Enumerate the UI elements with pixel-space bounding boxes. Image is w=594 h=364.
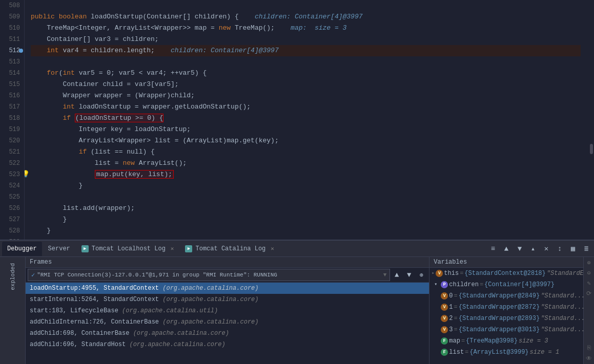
var-item[interactable]: F list = {ArrayList@3999} size = 1	[429, 347, 583, 358]
side-tb-btn-4[interactable]: ⟳	[584, 289, 593, 298]
code-line: if (loadOnStartup >= 0) {	[31, 113, 581, 124]
var-eq: =	[454, 302, 458, 313]
var-eq: =	[461, 335, 465, 347]
toolbar-btn-list[interactable]: ≣	[581, 243, 592, 254]
var-value: {StandardWrapper@2872}	[459, 302, 540, 313]
editor-area: 5085095105115125135145155165175185195205…	[0, 0, 594, 240]
code-line: int var4 = children.length; children: Co…	[31, 45, 581, 56]
tab-tomcat-localhost-label: Tomcat Localhost Log	[92, 245, 166, 252]
frame-nav-up-btn[interactable]: ▲	[391, 269, 402, 281]
toolbar-btn-grid[interactable]: ▦	[567, 243, 579, 254]
var-item[interactable]: V 1 = {StandardWrapper@2872} "Standard..…	[429, 302, 583, 313]
var-type-icon: V	[441, 292, 448, 299]
toolbar-btn-settings[interactable]: ↕	[554, 243, 565, 254]
var-type-text: "StandardEn...	[547, 268, 584, 279]
code-line: Container[] var3 = children;	[31, 34, 581, 45]
side-tb-btn-1[interactable]: ⊕	[584, 258, 593, 267]
var-item[interactable]: ▸V this = {StandardContext@2818} "Standa…	[429, 268, 583, 279]
var-type-text: "Standard...	[541, 324, 583, 335]
tab-tomcat-catalina[interactable]: ▶ Tomcat Catalina Log ✕	[180, 242, 279, 256]
scroll-thumb[interactable]	[590, 144, 593, 154]
frame-item[interactable]: startInternal:5264, StandardContext (org…	[26, 294, 429, 305]
frame-item[interactable]: loadOnStartup:4955, StandardContext (org…	[26, 283, 429, 294]
panel-tabs: Debugger Server ▶ Tomcat Localhost Log ✕…	[0, 241, 594, 257]
debug-hint: children: Container[4]@3997	[155, 47, 279, 54]
code-line: for(int var5 = 0; var5 < var4; ++var5) {	[31, 68, 581, 79]
frame-item[interactable]: addChildInternal:726, ContainerBase (org…	[26, 316, 429, 328]
var-expand-icon[interactable]	[432, 348, 440, 356]
var-item[interactable]: V 2 = {StandardWrapper@2893} "Standard..…	[429, 313, 583, 324]
var-eq: =	[460, 268, 463, 279]
panel-toolbar-right: ≡ ▲ ▼ ▴ ✕ ↕ ▦ ≣	[487, 243, 592, 254]
var-type-text: size = 3	[519, 335, 548, 347]
debug-hint: children: Container[4]@3997	[239, 13, 363, 20]
var-value: {StandardWrapper@2893}	[459, 313, 540, 324]
var-value: {StandardContext@2818}	[464, 268, 545, 279]
side-tb-btn-copy[interactable]: ⎘	[584, 344, 593, 353]
toolbar-btn-close[interactable]: ✕	[541, 243, 552, 254]
variables-list: ▸V this = {StandardContext@2818} "Standa…	[429, 268, 583, 364]
toolbar-btn-up[interactable]: ▲	[501, 243, 512, 254]
var-type-icon: F	[441, 349, 448, 356]
var-item[interactable]: V 0 = {StandardWrapper@2849} "Standard..…	[429, 290, 583, 302]
var-eq: =	[480, 279, 483, 290]
line-number: 524	[4, 180, 20, 191]
tab-debugger[interactable]: Debugger	[2, 242, 42, 256]
var-eq: =	[465, 347, 468, 358]
frame-item[interactable]: addChild:696, StandardHost (org.apache.c…	[26, 339, 429, 350]
execution-point-icon	[19, 49, 23, 53]
var-name: 3	[449, 324, 453, 335]
code-line: Container child = var3[var5];	[31, 79, 581, 90]
tab-debugger-label: Debugger	[7, 245, 37, 252]
code-line: Integer key = loadOnStartup;	[31, 124, 581, 135]
toolbar-btn-menu[interactable]: ≡	[487, 243, 499, 254]
code-line: }	[31, 180, 581, 191]
line-number: 527	[4, 214, 20, 225]
side-toolbar: ⊕ ⊖ ✎ ⟳ ⎘ 👁	[583, 257, 594, 364]
var-type-text: size = 1	[530, 347, 560, 358]
thread-label: "RMI TCP Connection(3)-127.0.0.1"@1,971 …	[37, 272, 381, 278]
frame-item[interactable]: addChild:698, ContainerBase (org.apache.…	[26, 328, 429, 339]
var-item[interactable]: V 3 = {StandardWrapper@3013} "Standard..…	[429, 324, 583, 335]
tab-close-1[interactable]: ✕	[171, 245, 174, 252]
line-number: 517	[4, 101, 20, 113]
var-name: 1	[449, 302, 453, 313]
tab-icon-2: ▶	[185, 245, 192, 252]
var-type-icon: V	[441, 326, 448, 333]
thread-dropdown[interactable]: ✓ "RMI TCP Connection(3)-127.0.0.1"@1,97…	[28, 269, 390, 281]
tab-icon-1: ▶	[81, 245, 89, 252]
side-tb-btn-3[interactable]: ✎	[584, 279, 593, 288]
frame-item[interactable]: start:183, LifecycleBase (org.apache.cat…	[26, 305, 429, 316]
var-name: children	[449, 279, 479, 290]
frame-filter-btn[interactable]: ⊛	[416, 269, 427, 281]
var-type-text: "Standard...	[541, 290, 583, 302]
tab-server[interactable]: Server	[43, 242, 75, 256]
var-expand-icon[interactable]: ▾	[432, 281, 440, 289]
side-tb-btn-view[interactable]: 👁	[584, 354, 593, 363]
code-line: Wrapper wrapper = (Wrapper)child;	[31, 90, 581, 101]
toolbar-btn-down[interactable]: ▼	[514, 243, 525, 254]
scrollbar[interactable]	[587, 0, 594, 240]
line-numbers: 5085095105115125135145155165175185195205…	[0, 0, 25, 240]
var-item[interactable]: ▾P children = {Container[4]@3997}	[429, 279, 583, 290]
tab-close-2[interactable]: ✕	[271, 245, 274, 252]
line-number: 516	[4, 90, 20, 101]
line-number: 519	[4, 124, 20, 135]
code-line: list.add(wrapper);	[31, 203, 581, 214]
line-number: 509	[4, 11, 20, 23]
var-type-text: "Standard...	[541, 302, 583, 313]
var-item[interactable]: F map = {TreeMap@3998} size = 3	[429, 335, 583, 347]
frame-nav-down-btn[interactable]: ▼	[403, 269, 415, 281]
toolbar-btn-restore[interactable]: ▴	[527, 243, 539, 254]
line-number: 518	[4, 113, 20, 124]
line-number: 526	[4, 203, 20, 214]
var-name: 2	[449, 313, 453, 324]
var-expand-icon[interactable]	[432, 337, 440, 345]
debugger-main: Frames ✓ "RMI TCP Connection(3)-127.0.0.…	[26, 257, 594, 364]
debug-hint: map: size = 3	[275, 24, 346, 32]
tab-tomcat-localhost[interactable]: ▶ Tomcat Localhost Log ✕	[76, 242, 179, 256]
var-expand-icon[interactable]: ▸	[432, 269, 435, 277]
var-eq: =	[454, 290, 458, 302]
code-line: if (list == null) {	[31, 146, 581, 158]
side-tb-btn-2[interactable]: ⊖	[584, 268, 593, 277]
